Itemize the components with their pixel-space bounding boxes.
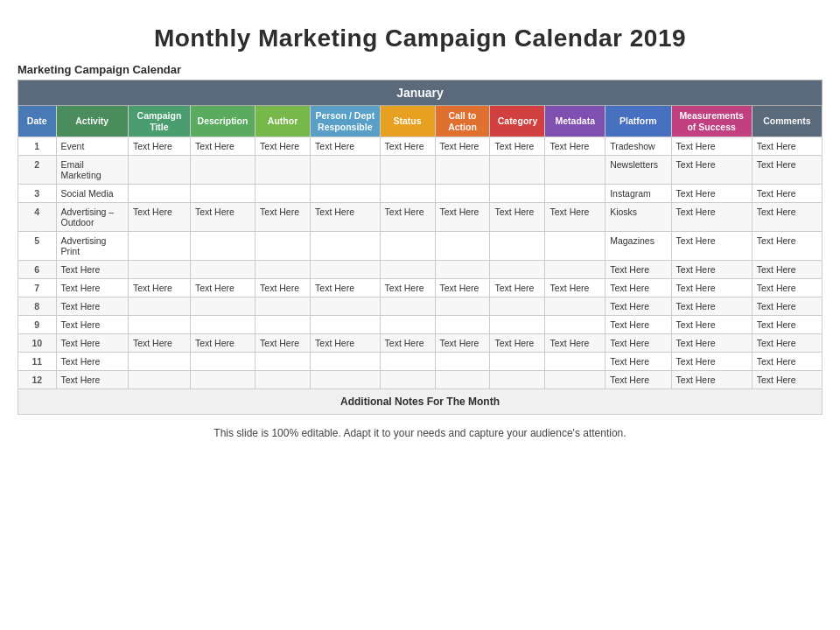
cell-date: 7 (18, 279, 57, 298)
cell-desc (190, 371, 255, 389)
cell-campaign (128, 371, 190, 389)
table-row: 8Text HereText HereText HereText Here (18, 298, 822, 316)
table-row: 9Text HereText HereText HereText Here (18, 316, 822, 334)
cell-category (490, 316, 545, 334)
cell-cta: Text Here (435, 334, 490, 353)
notes-row: Additional Notes For The Month (18, 389, 822, 415)
table-row: 5Advertising PrintMagazinesText HereText… (18, 232, 822, 261)
cell-measure: Text Here (671, 156, 752, 185)
cell-platform: Newsletters (606, 156, 671, 185)
cell-campaign (128, 156, 190, 185)
cell-status (380, 156, 435, 185)
cell-status: Text Here (380, 203, 435, 232)
cell-desc: Text Here (190, 334, 255, 353)
cell-person: Text Here (311, 137, 381, 156)
col-header-status: Status (380, 106, 435, 137)
cell-category: Text Here (490, 279, 545, 298)
cell-platform: Text Here (606, 353, 671, 371)
cell-date: 6 (18, 261, 57, 279)
cell-status (380, 185, 435, 203)
cell-measure: Text Here (671, 232, 752, 261)
section-label: Marketing Campaign Calendar (18, 63, 822, 76)
col-header-comments: Comments (752, 106, 822, 137)
cell-campaign (128, 353, 190, 371)
cell-desc (190, 185, 255, 203)
cell-person: Text Here (311, 279, 381, 298)
cell-platform: Text Here (606, 298, 671, 316)
cell-cta (435, 232, 490, 261)
column-header-row: DateActivityCampaign TitleDescriptionAut… (18, 106, 822, 137)
cell-meta (545, 371, 606, 389)
cell-meta (545, 232, 606, 261)
cell-status (380, 353, 435, 371)
cell-desc: Text Here (190, 279, 255, 298)
cell-measure: Text Here (671, 185, 752, 203)
cell-platform: Tradeshow (606, 137, 671, 156)
cell-comments: Text Here (752, 298, 822, 316)
cell-person: Text Here (311, 203, 381, 232)
cell-campaign (128, 261, 190, 279)
col-header-platform: Platform (606, 106, 671, 137)
cell-desc: Text Here (190, 137, 255, 156)
cell-comments: Text Here (752, 185, 822, 203)
cell-platform: Magazines (606, 232, 671, 261)
cell-author (256, 232, 311, 261)
cell-measure: Text Here (671, 316, 752, 334)
cell-status (380, 371, 435, 389)
cell-campaign (128, 232, 190, 261)
cell-status: Text Here (380, 334, 435, 353)
cell-date: 12 (18, 371, 57, 389)
footer-text: This slide is 100% editable. Adapt it to… (18, 427, 822, 439)
cell-platform: Instagram (606, 185, 671, 203)
table-row: 3Social MediaInstagramText HereText Here (18, 185, 822, 203)
col-header-desc: Description (190, 106, 255, 137)
cell-author: Text Here (256, 279, 311, 298)
cell-measure: Text Here (671, 203, 752, 232)
cell-campaign (128, 298, 190, 316)
cell-meta (545, 298, 606, 316)
table-row: 6Text HereText HereText HereText Here (18, 261, 822, 279)
cell-meta (545, 156, 606, 185)
table-row: 1EventText HereText HereText HereText He… (18, 137, 822, 156)
cell-author (256, 156, 311, 185)
cell-author (256, 185, 311, 203)
cell-meta (545, 316, 606, 334)
cell-date: 11 (18, 353, 57, 371)
cell-campaign: Text Here (128, 334, 190, 353)
cell-comments: Text Here (752, 371, 822, 389)
cell-category (490, 185, 545, 203)
cell-measure: Text Here (671, 261, 752, 279)
cell-measure: Text Here (671, 279, 752, 298)
cell-author: Text Here (256, 334, 311, 353)
cell-comments: Text Here (752, 279, 822, 298)
cell-meta: Text Here (545, 203, 606, 232)
calendar-table: January DateActivityCampaign TitleDescri… (18, 80, 822, 415)
cell-category (490, 261, 545, 279)
cell-person (311, 232, 381, 261)
table-row: 10Text HereText HereText HereText HereTe… (18, 334, 822, 353)
cell-desc (190, 232, 255, 261)
cell-person (311, 298, 381, 316)
cell-status: Text Here (380, 279, 435, 298)
cell-person (311, 156, 381, 185)
col-header-meta: Metadata (545, 106, 606, 137)
cell-activity: Advertising – Outdoor (56, 203, 128, 232)
page-title: Monthly Marketing Campaign Calendar 2019 (18, 9, 822, 63)
cell-person: Text Here (311, 334, 381, 353)
cell-measure: Text Here (671, 353, 752, 371)
cell-cta (435, 316, 490, 334)
cell-campaign (128, 185, 190, 203)
table-row: 4Advertising – OutdoorText HereText Here… (18, 203, 822, 232)
cell-measure: Text Here (671, 298, 752, 316)
cell-author (256, 371, 311, 389)
cell-platform: Text Here (606, 261, 671, 279)
cell-author: Text Here (256, 203, 311, 232)
cell-comments: Text Here (752, 261, 822, 279)
cell-meta: Text Here (545, 279, 606, 298)
col-header-person: Person / Dept Responsible (311, 106, 381, 137)
cell-comments: Text Here (752, 203, 822, 232)
table-row: 2Email MarketingNewslettersText HereText… (18, 156, 822, 185)
cell-desc (190, 298, 255, 316)
cell-status (380, 316, 435, 334)
cell-activity: Advertising Print (56, 232, 128, 261)
